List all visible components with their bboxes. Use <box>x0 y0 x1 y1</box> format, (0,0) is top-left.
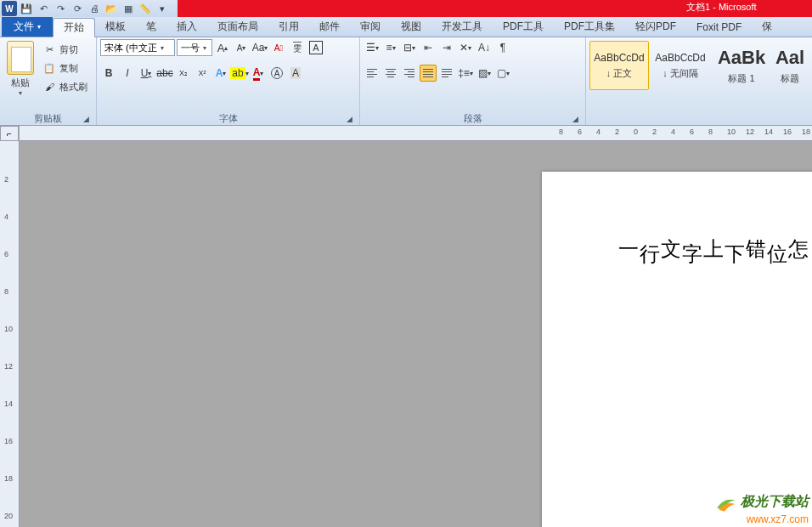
format-painter-button[interactable]: 🖌格式刷 <box>39 78 91 95</box>
tab-view[interactable]: 视图 <box>391 17 431 37</box>
style-normal[interactable]: AaBbCcDd ↓ 正文 <box>589 41 649 90</box>
tab-pdf-tools[interactable]: PDF工具 <box>493 17 554 37</box>
highlight-button[interactable]: ab▾ <box>231 65 248 82</box>
paste-label: 粘贴 <box>11 76 30 89</box>
increase-indent-button[interactable]: ⇥ <box>438 39 455 56</box>
decrease-indent-button[interactable]: ⇤ <box>420 39 437 56</box>
document-area: ⌐ 86420246810121416182022 24681012141618… <box>0 126 812 527</box>
align-justify-button[interactable] <box>420 65 437 82</box>
paragraph-dialog-launcher[interactable]: ◢ <box>570 114 580 124</box>
undo-icon[interactable]: ↶ <box>36 1 51 16</box>
superscript-button[interactable]: X² <box>194 65 211 82</box>
group-styles: AaBbCcDd ↓ 正文 AaBbCcDd ↓ 无间隔 AaBk 标题 1 A… <box>586 37 812 125</box>
shading-button[interactable]: ▨▾ <box>476 65 493 82</box>
font-size-combo[interactable]: 一号▾ <box>177 39 212 56</box>
font-name-combo[interactable]: 宋体 (中文正▾ <box>100 39 175 56</box>
print-preview-icon[interactable]: 🖨 <box>87 1 102 16</box>
ruler-tick: 2 <box>4 175 8 184</box>
align-right-button[interactable] <box>401 65 418 82</box>
ribbon-tabs: 文件 开始 模板 笔 插入 页面布局 引用 邮件 审阅 视图 开发工具 PDF工… <box>0 17 812 37</box>
sort-button[interactable]: A↓ <box>476 39 493 56</box>
word-app-icon: W <box>2 1 17 16</box>
underline-button[interactable]: U▾ <box>138 65 155 82</box>
borders-button[interactable]: ▢▾ <box>494 65 511 82</box>
tab-insert[interactable]: 插入 <box>166 17 207 37</box>
open-icon[interactable]: 📂 <box>104 1 119 16</box>
watermark-text-1: 极光下载站 <box>741 494 809 508</box>
italic-button[interactable]: I <box>119 65 136 82</box>
ribbon: 粘贴 ▾ ✂剪切 📋复制 🖌格式刷 剪贴板◢ 宋体 (中文正▾ 一号▾ A▴ A… <box>0 37 812 126</box>
grow-font-button[interactable]: A▴ <box>214 39 231 56</box>
qat-more-icon[interactable]: ▾ <box>155 1 170 16</box>
document-text[interactable]: 一行文字上下错位怎 <box>618 238 809 265</box>
font-color-button[interactable]: A▾ <box>250 65 267 82</box>
ruler-tick: 8 <box>708 128 713 136</box>
tab-home[interactable]: 开始 <box>53 18 95 37</box>
shrink-font-button[interactable]: A▾ <box>233 39 250 56</box>
text-direction-button[interactable]: ✕▾ <box>457 39 474 56</box>
page[interactable]: 一行文字上下错位怎 <box>542 172 812 527</box>
style-name-label: ↓ 无间隔 <box>651 67 709 80</box>
redo-icon[interactable]: ↷ <box>53 1 68 16</box>
show-marks-button[interactable]: ¶ <box>494 39 511 56</box>
tab-references[interactable]: 引用 <box>268 17 309 37</box>
character-border-button[interactable]: A <box>307 39 324 56</box>
line-spacing-button[interactable]: ‡≡▾ <box>457 65 474 82</box>
tab-page-layout[interactable]: 页面布局 <box>207 17 268 37</box>
ruler-tick: 14 <box>764 128 773 136</box>
clear-formatting-button[interactable]: Aͯ <box>270 39 287 56</box>
paste-button[interactable]: 粘贴 ▾ <box>3 39 37 97</box>
horizontal-ruler[interactable]: 86420246810121416182022 <box>20 126 812 141</box>
bullets-button[interactable]: ☰▾ <box>364 39 381 56</box>
multilevel-list-button[interactable]: ⊟▾ <box>401 39 418 56</box>
align-center-button[interactable] <box>382 65 399 82</box>
ruler-tick: 16 <box>783 128 792 136</box>
tab-lightpdf[interactable]: 轻闪PDF <box>625 17 686 37</box>
ruler-tick: 6 <box>4 250 8 258</box>
circled-char-button[interactable]: A <box>268 65 285 82</box>
clipboard-dialog-launcher[interactable]: ◢ <box>81 114 91 124</box>
tab-developer[interactable]: 开发工具 <box>431 17 493 37</box>
tab-file[interactable]: 文件 <box>2 17 53 37</box>
document-title: 文档1 - Microsoft <box>686 1 757 14</box>
tab-pdf-toolkit[interactable]: PDF工具集 <box>554 17 625 37</box>
bold-button[interactable]: B <box>100 65 117 82</box>
vertical-ruler[interactable]: 2468101214161820 <box>0 141 20 527</box>
style-gallery[interactable]: AaBbCcDd ↓ 正文 AaBbCcDd ↓ 无间隔 AaBk 标题 1 A… <box>589 39 807 90</box>
group-paragraph: ☰▾ ≡▾ ⊟▾ ⇤ ⇥ ✕▾ A↓ ¶ ‡≡▾ ▨▾ <box>360 37 586 125</box>
group-font-label: 字体 <box>219 112 238 125</box>
tab-review[interactable]: 审阅 <box>350 17 391 37</box>
tab-templates[interactable]: 模板 <box>95 17 136 37</box>
table-icon[interactable]: ▦ <box>121 1 136 16</box>
format-painter-label: 格式刷 <box>59 81 87 94</box>
style-no-spacing[interactable]: AaBbCcDd ↓ 无间隔 <box>651 41 710 90</box>
tab-mailings[interactable]: 邮件 <box>309 17 350 37</box>
paste-icon <box>7 41 34 75</box>
save-icon[interactable]: 💾 <box>19 1 34 16</box>
strikethrough-button[interactable]: abc <box>156 65 173 82</box>
style-heading-1[interactable]: AaBk 标题 1 <box>712 41 771 90</box>
subscript-button[interactable]: X₂ <box>175 65 192 82</box>
group-paragraph-label: 段落 <box>464 112 482 125</box>
style-title[interactable]: Aal 标题 <box>773 41 807 90</box>
align-left-button[interactable] <box>364 65 381 82</box>
align-distributed-button[interactable] <box>438 65 455 82</box>
font-dialog-launcher[interactable]: ◢ <box>344 114 354 124</box>
title-bar: W 💾 ↶ ↷ ⟳ 🖨 📂 ▦ 📏 ▾ 文档1 - Microsoft <box>0 0 812 17</box>
text-effects-button[interactable]: A▾ <box>212 65 229 82</box>
tab-foxit-pdf[interactable]: Foxit PDF <box>686 17 752 37</box>
copy-button[interactable]: 📋复制 <box>39 60 91 76</box>
style-name-label: ↓ 正文 <box>590 67 648 80</box>
phonetic-guide-button[interactable]: 雯 <box>289 39 306 56</box>
ruler-tick: 8 <box>559 128 563 136</box>
tab-more[interactable]: 保 <box>752 17 782 37</box>
style-preview: AaBk <box>713 47 770 69</box>
refresh-icon[interactable]: ⟳ <box>70 1 85 16</box>
tab-selector[interactable]: ⌐ <box>0 126 19 141</box>
cut-button[interactable]: ✂剪切 <box>39 41 91 58</box>
tab-pen[interactable]: 笔 <box>136 17 166 37</box>
character-shading-button[interactable]: A <box>287 65 304 82</box>
ruler-icon[interactable]: 📏 <box>138 1 153 16</box>
change-case-button[interactable]: Aa▾ <box>251 39 268 56</box>
numbering-button[interactable]: ≡▾ <box>382 39 399 56</box>
